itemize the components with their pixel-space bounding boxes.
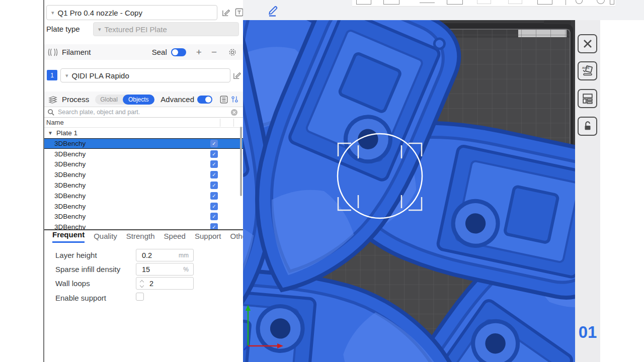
plate-number-badge[interactable]: 01	[575, 323, 600, 342]
enable-support-label: Enable support	[55, 294, 106, 302]
auto-orient-button[interactable]: AUTO	[578, 61, 597, 80]
filament-slot-badge[interactable]: 1	[47, 70, 57, 80]
add-filament-button[interactable]: +	[196, 47, 202, 57]
close-icon	[582, 38, 593, 49]
object-rows: 3DBenchy✓3DBenchy✓3DBenchy✓3DBenchy✓3DBe…	[44, 138, 243, 229]
object-visible-checkbox[interactable]: ✓	[210, 150, 218, 158]
advanced-toggle[interactable]	[197, 96, 212, 104]
filament-section-header: Filament Seal + −	[44, 44, 243, 60]
chevron-down-icon: ▾	[51, 10, 54, 16]
object-visible-checkbox[interactable]: ✓	[210, 213, 218, 220]
object-row[interactable]: 3DBenchy✓	[44, 180, 243, 191]
parameter-list-icon[interactable]	[219, 95, 228, 104]
object-row[interactable]: 3DBenchy✓	[44, 169, 243, 180]
chevron-down-icon: ▾	[98, 26, 101, 33]
object-visible-checkbox[interactable]: ✓	[210, 160, 218, 168]
object-visible-checkbox[interactable]: ✓	[210, 223, 218, 229]
object-visible-checkbox[interactable]: ✓	[210, 140, 218, 147]
sparse-infill-value: 15	[142, 265, 183, 274]
plate-group-label: Plate 1	[56, 129, 77, 137]
arrange-icon	[582, 93, 594, 105]
tab-strength[interactable]: Strength	[126, 232, 155, 243]
plate-tool-strip: AUTO 01	[575, 20, 600, 362]
toolbar-fragment-icon	[597, 0, 605, 4]
object-visible-checkbox[interactable]: ✓	[210, 182, 218, 189]
toolbar-fragment-icon	[447, 0, 463, 5]
filament-preset-dropdown[interactable]: ▾ QIDI PLA Rapido	[60, 68, 230, 82]
collapsed-left-gutter	[0, 0, 44, 362]
advanced-label: Advanced	[160, 95, 194, 104]
edit-filament-icon[interactable]	[232, 70, 242, 80]
object-row[interactable]: 3DBenchy✓	[44, 212, 243, 222]
edit-plate-name-pencil-icon[interactable]	[266, 3, 280, 17]
seal-label: Seal	[152, 48, 167, 56]
search-icon	[47, 109, 55, 116]
printer-preset-dropdown[interactable]: ▾ Q1 Pro 0.4 nozzle - Copy	[46, 5, 217, 20]
layer-height-unit: mm	[179, 252, 189, 259]
scope-toggle[interactable]: Global Objects	[95, 95, 154, 105]
toolbar-fragment-icon	[383, 0, 399, 5]
clipped-top-toolbar	[352, 0, 615, 7]
toolbar-fragment-icon	[420, 0, 435, 3]
object-row[interactable]: 3DBenchy✓	[44, 159, 243, 170]
remove-filament-button[interactable]: −	[211, 47, 217, 57]
scope-objects-option[interactable]: Objects	[123, 95, 154, 105]
scope-global-option[interactable]: Global	[95, 96, 123, 103]
wall-loops-label: Wall loops	[55, 279, 90, 288]
object-visible-checkbox[interactable]: ✓	[210, 192, 218, 200]
build-plate-scene[interactable]	[243, 20, 575, 362]
arrange-button[interactable]	[578, 89, 597, 108]
toolbar-fragment-icon	[477, 0, 491, 4]
wall-loops-value: 2	[149, 280, 193, 288]
object-visible-checkbox[interactable]: ✓	[210, 171, 218, 178]
3d-viewport[interactable]: AUTO 01	[243, 0, 644, 362]
object-visible-checkbox[interactable]: ✓	[210, 203, 218, 210]
filament-settings-gear-icon[interactable]	[228, 48, 237, 57]
viewport-top-strip	[243, 0, 644, 20]
search-input[interactable]	[58, 109, 230, 116]
seal-toggle[interactable]	[171, 48, 186, 56]
object-row[interactable]: 3DBenchy✓	[44, 138, 243, 149]
tab-support[interactable]: Support	[195, 232, 221, 243]
object-row[interactable]: 3DBenchy✓	[44, 201, 243, 212]
layer-height-label: Layer height	[55, 251, 97, 259]
chevron-down-icon: ▼	[48, 130, 53, 136]
process-title: Process	[62, 95, 89, 104]
collapsed-right-gutter	[600, 20, 644, 362]
tab-quality[interactable]: Quality	[94, 232, 117, 243]
sparse-infill-row: Sparse infill density 15 %	[44, 263, 243, 276]
layer-height-value: 0.2	[142, 251, 179, 259]
wall-loops-stepper[interactable]: 2	[136, 277, 194, 290]
wall-loops-row: Wall loops 2	[44, 277, 243, 290]
object-row[interactable]: 3DBenchy✓	[44, 149, 243, 159]
auto-orient-icon: AUTO	[582, 65, 594, 77]
slicer-window: ▾ Q1 Pro 0.4 nozzle - Copy Plate type ▾ …	[0, 0, 644, 362]
sparse-infill-input[interactable]: 15 %	[136, 263, 194, 276]
lock-plate-button[interactable]	[578, 117, 597, 136]
object-row[interactable]: 3DBenchy✓	[44, 222, 243, 229]
sparse-infill-unit: %	[183, 266, 189, 273]
list-scrollbar[interactable]	[240, 127, 242, 196]
layer-height-row: Layer height 0.2 mm	[44, 249, 243, 262]
delete-all-button[interactable]	[578, 34, 597, 53]
plate-group-row[interactable]: ▼ Plate 1	[44, 128, 243, 138]
toolbar-fragment-icon	[537, 0, 552, 5]
filament-title: Filament	[62, 48, 91, 56]
plate-type-dropdown[interactable]: ▾ Textured PEI Plate	[93, 22, 239, 36]
object-row[interactable]: 3DBenchy✓	[44, 191, 243, 201]
stepper-down-icon[interactable]	[140, 284, 144, 288]
sparse-infill-label: Sparse infill density	[55, 265, 120, 274]
plate-type-label: Plate type	[46, 25, 80, 33]
clear-search-icon[interactable]	[230, 109, 238, 116]
enable-support-checkbox[interactable]	[136, 293, 144, 301]
tune-parameters-icon[interactable]	[230, 95, 239, 104]
tab-frequent[interactable]: Frequent	[52, 230, 85, 243]
prepare-side-panel: ▾ Q1 Pro 0.4 nozzle - Copy Plate type ▾ …	[44, 0, 243, 362]
edit-printer-icon[interactable]	[221, 8, 231, 17]
layer-height-input[interactable]: 0.2 mm	[136, 249, 194, 261]
toolbar-divider	[566, 0, 566, 5]
name-column-header: Name	[46, 119, 64, 126]
tab-speed[interactable]: Speed	[164, 232, 186, 243]
toolbar-fragment-icon	[508, 0, 522, 4]
process-layers-icon	[47, 95, 58, 104]
